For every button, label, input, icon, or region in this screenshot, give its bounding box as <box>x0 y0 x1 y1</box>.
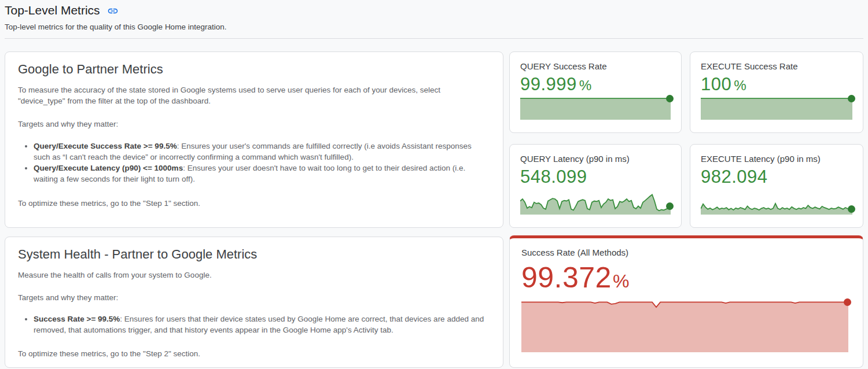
metric-value: 982.094 <box>701 167 852 187</box>
metric-tiles: QUERY Success Rate 99.999% EXECUTE Succe… <box>509 51 863 228</box>
metric-unit: % <box>734 78 746 93</box>
targets-list: Query/Execute Success Rate >= 99.5%: Ens… <box>18 141 488 184</box>
metric-label: EXECUTE Success Rate <box>701 61 852 71</box>
target-item: Query/Execute Success Rate >= 99.5%: Ens… <box>34 141 488 163</box>
sparkline-chart <box>701 98 852 120</box>
system-health-card: System Health - Partner to Google Metric… <box>5 237 503 368</box>
metric-card-query-success-rate: QUERY Success Rate 99.999% <box>509 51 682 133</box>
metric-label: Success Rate (All Methods) <box>521 248 848 257</box>
card-title: System Health - Partner to Google Metric… <box>18 247 488 262</box>
metrics-dashboard: Top-Level Metrics Top-level metrics for … <box>0 0 868 368</box>
card-title: Google to Partner Metrics <box>18 62 488 77</box>
metric-card-success-rate-all-methods: Success Rate (All Methods) 99.372% <box>509 235 863 368</box>
targets-label: Targets and why they matter: <box>18 119 488 130</box>
page-title: Top-Level Metrics <box>5 3 100 17</box>
target-item: Success Rate >= 99.5%: Ensures for users… <box>34 313 488 335</box>
latest-value-dot <box>666 95 674 102</box>
metric-value: 99.999% <box>520 74 671 95</box>
metric-value: 99.372% <box>521 261 848 294</box>
sparkline-chart <box>520 98 671 120</box>
metric-card-execute-latency: EXECUTE Latency (p90 in ms) 982.094 <box>690 144 863 228</box>
metric-value: 548.099 <box>520 167 671 187</box>
target-item: Query/Execute Latency (p90) <= 1000ms: E… <box>34 163 488 184</box>
latest-value-dot <box>848 205 855 213</box>
card-footer-note: To optimize these metrics, go to the "St… <box>18 348 488 359</box>
target-name: Query/Execute Latency (p90) <= 1000ms <box>34 164 183 172</box>
target-name: Success Rate >= 99.5% <box>34 315 120 323</box>
card-intro: Measure the health of calls from your sy… <box>18 270 488 281</box>
sparkline-chart <box>701 187 852 215</box>
page-subtitle: Top-level metrics for the quality of thi… <box>5 23 863 31</box>
latest-value-dot <box>848 95 855 102</box>
card-intro: To measure the accuracy of the state sto… <box>18 84 488 106</box>
metric-label: QUERY Success Rate <box>520 61 671 71</box>
info-column: Google to Partner Metrics To measure the… <box>5 51 503 368</box>
latest-value-dot <box>844 298 851 306</box>
latest-value-dot <box>666 202 674 210</box>
targets-label: Targets and why they matter: <box>18 292 488 303</box>
metric-label: QUERY Latency (p90 in ms) <box>520 154 671 164</box>
metric-card-execute-success-rate: EXECUTE Success Rate 100% <box>690 51 863 133</box>
dashboard-body: Google to Partner Metrics To measure the… <box>5 51 863 368</box>
targets-list: Success Rate >= 99.5%: Ensures for users… <box>18 313 488 335</box>
metric-unit: % <box>579 78 592 93</box>
metric-unit: % <box>613 271 630 291</box>
google-to-partner-card: Google to Partner Metrics To measure the… <box>5 51 503 228</box>
metrics-column: QUERY Success Rate 99.999% EXECUTE Succe… <box>509 51 863 368</box>
page-header: Top-Level Metrics <box>5 3 863 17</box>
link-icon[interactable] <box>107 5 119 17</box>
sparkline-chart <box>521 299 848 352</box>
target-name: Query/Execute Success Rate >= 99.5% <box>34 142 177 150</box>
metric-value: 100% <box>701 74 852 95</box>
metric-label: EXECUTE Latency (p90 in ms) <box>701 154 852 164</box>
card-footer-note: To optimize these metrics, go to the "St… <box>18 198 488 209</box>
sparkline-chart <box>520 187 671 215</box>
metric-card-query-latency: QUERY Latency (p90 in ms) 548.099 <box>509 144 682 228</box>
header-divider <box>5 38 863 39</box>
